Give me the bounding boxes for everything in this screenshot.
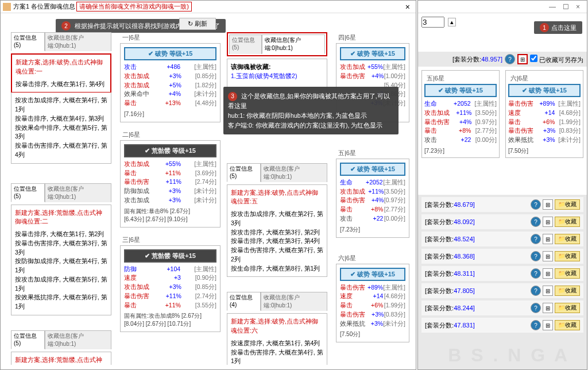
pill-poshi: ✔ 破势 等级+15 <box>340 47 405 60</box>
page-input[interactable] <box>421 17 444 28</box>
fav-button[interactable]: 📁收藏 <box>555 268 580 279</box>
side-cards: 五|6星 ✔ 破势 等级+15 生命+2052[主属性]攻击加成+11%[3.5… <box>418 67 587 161</box>
main-window: 方案1 各位置御魂信息 请确保当前御魂文件和游戏内御魂一致) × 2 根据操作提… <box>0 0 416 370</box>
tab-fav[interactable]: 收藏信息(客户端:0|hub:1) <box>262 34 325 54</box>
stat-card-2c: ✔ 荒骷髅 等级+15 防御+104[主属性]速度+3[0.90分]攻击加成+3… <box>120 245 220 333</box>
side-scorebar: [套装分数:48.957] ? ⊞ 已收藏可另存为 <box>418 52 587 67</box>
minimize-icon[interactable]: — <box>549 3 556 11</box>
pill-huangkulou: ✔ 荒骷髅 等级+15 <box>124 144 216 157</box>
fav-tooltip: 3 这个是收藏信息,如果你的御魂被其他方案占用了,可以看这里 hub:1: 你收… <box>223 87 399 134</box>
spinner-up[interactable]: ▴ <box>448 18 456 26</box>
info-icon[interactable]: ? <box>531 320 541 330</box>
tab-fav[interactable]: 收藏信息(客户端:0|hub:1) <box>261 292 327 311</box>
tab-loc[interactable]: 位置信息(5) <box>11 32 45 51</box>
hdr-1-6: 一|6星 <box>120 32 220 43</box>
maximize-icon[interactable]: ☐ <box>563 3 569 11</box>
pill-poshi: ✔ 破势 等级+15 <box>124 47 216 60</box>
list-item[interactable]: [套装分数:48.092] ? ⊞ 📁收藏 <box>421 214 583 229</box>
badge-1: 1 <box>540 23 549 32</box>
side-list: [套装分数:48.679] ? ⊞ 📁收藏 [套装分数:48.092] ? ⊞ … <box>418 195 587 369</box>
grid-icon[interactable]: ⊞ <box>543 199 553 210</box>
info-icon[interactable]: ? <box>505 54 515 64</box>
hdr-3-6: 三|6星 <box>120 234 220 245</box>
grid-icon[interactable]: ⊞ <box>543 303 553 313</box>
grid-icon[interactable]: ⊞ <box>543 268 553 279</box>
card-pos5: 新建方案,选择:破势,点击式神御魂位置:五 按攻击加成排序, 大概在第2行, 第… <box>227 184 327 278</box>
app-icon <box>3 3 11 11</box>
info-icon[interactable]: ? <box>531 268 541 279</box>
fav-button[interactable]: 📁收藏 <box>555 286 580 296</box>
column-1: 位置信息(5)收藏信息(客户端:0|hub:1) 新建方案,选择:破势,点击式神… <box>11 32 111 365</box>
tab-loc[interactable]: 位置信息(5) <box>11 183 45 202</box>
close-icon[interactable]: × <box>402 2 413 11</box>
grid-icon[interactable]: ⊞ <box>543 286 553 296</box>
column-3: 位置信息(5)收藏信息(客户端:0|hub:1) 该御魂被收藏: 1.玉藻前(破… <box>227 32 327 365</box>
card-pos3: 新建方案,选择:荒骷髅,点击式神御魂位置:三 按攻击加成排序, 大概在第1行, … <box>11 352 111 365</box>
list-item[interactable]: [套装分数:48.311] ? ⊞ 📁收藏 <box>421 266 583 281</box>
side-card-6: 六|6星 ✔ 破势 等级+15 暴击伤害+89%[主属性]速度+14[4.68分… <box>505 70 583 158</box>
stat-card-4c: ✔ 破势 等级+15 暴击伤害+89%[主属性]速度+14[4.68分]暴击+6… <box>336 264 409 343</box>
hdr-2-6: 二|6星 <box>120 129 220 140</box>
tab-fav[interactable]: 收藏信息(客户端:0|hub:1) <box>261 163 327 182</box>
fav-button[interactable]: 📁收藏 <box>555 217 580 227</box>
hdr-6-6: 六|6星 <box>336 253 409 264</box>
stat-card-2b: ✔ 荒骷髅 等级+15 攻击加成+55%[主属性]暴击+11%[3.69分]暴击… <box>120 140 220 228</box>
main-content: 位置信息(5)收藏信息(客户端:0|hub:1) 新建方案,选择:破势,点击式神… <box>5 32 411 365</box>
list-item[interactable]: [套装分数:48.524] ? ⊞ 📁收藏 <box>421 232 583 246</box>
side-window: — ☐ × ▴ 1 点击这里 [套装分数:48.957] ? ⊞ 已收藏可另存为… <box>417 0 587 370</box>
info-icon[interactable]: ? <box>531 217 541 227</box>
pill-poshi: ✔ 破势 等级+15 <box>340 163 405 176</box>
hdr-4-6: 四|6星 <box>336 32 409 43</box>
close-icon[interactable]: × <box>576 3 580 11</box>
titlebar: 方案1 各位置御魂信息 请确保当前御魂文件和游戏内御魂一致) × <box>1 1 416 13</box>
stat-card-2a: ✔ 破势 等级+15 攻击+486[主属性]攻击加成+3%[0.85分]攻击加成… <box>120 43 220 122</box>
grid-icon[interactable]: ⊞ <box>543 234 553 244</box>
info-icon[interactable]: ? <box>531 234 541 244</box>
title-warning: 请确保当前御魂文件和游戏内御魂一致) <box>76 2 192 11</box>
list-item[interactable]: [套装分数:47.831] ? ⊞ 📁收藏 <box>421 318 583 333</box>
score-label: [套装分数:48.957] <box>452 55 502 64</box>
side-card-5: 五|6星 ✔ 破势 等级+15 生命+2052[主属性]攻击加成+11%[3.5… <box>421 70 500 158</box>
fav-button[interactable]: 📁收藏 <box>555 251 580 261</box>
tab-loc[interactable]: 位置信息(5) <box>227 163 261 182</box>
refresh-button[interactable]: ↻ 刷新 <box>179 18 216 30</box>
info-icon[interactable]: ? <box>531 199 541 210</box>
fav-button[interactable]: 📁收藏 <box>555 303 580 313</box>
grid-icon[interactable]: ⊞ <box>543 217 553 227</box>
card-pos2: 新建方案,选择:荒骷髅,点击式神御魂位置:二 按暴击排序, 大概在第1行, 第2… <box>11 205 111 315</box>
tab-fav[interactable]: 收藏信息(客户端:0|hub:1) <box>45 183 111 202</box>
info-icon[interactable]: ? <box>531 286 541 296</box>
badge-3: 3 <box>228 92 237 101</box>
stat-card-4b: ✔ 破势 等级+15 生命+2052[主属性]攻击加成+11%[3.50分]暴击… <box>336 159 409 238</box>
tab-fav[interactable]: 收藏信息(客户端:0|hub:1) <box>45 330 111 349</box>
tab-loc[interactable]: 位置信息(4) <box>227 292 261 311</box>
side-hint: 1 点击这里 <box>534 21 582 34</box>
side-titlebar: — ☐ × <box>418 1 587 13</box>
grid-icon[interactable]: ⊞ <box>517 54 528 64</box>
tab-loc[interactable]: 位置信息(5) <box>229 34 262 54</box>
pill-huangkulou: ✔ 荒骷髅 等级+15 <box>124 249 216 263</box>
fav-button[interactable]: 📁收藏 <box>555 234 580 244</box>
card-pos1b: 按攻击加成排序, 大概在第4行, 第1列 按暴击排序, 大概在第4行, 第3列 … <box>11 92 111 163</box>
tab-fav[interactable]: 收藏信息(客户端:0|hub:1) <box>45 32 111 51</box>
badge-2: 2 <box>61 21 71 30</box>
pill-poshi: ✔ 破势 等级+15 <box>340 268 405 281</box>
grid-icon[interactable]: ⊞ <box>543 320 553 330</box>
list-item[interactable]: [套装分数:48.679] ? ⊞ 📁收藏 <box>421 197 583 212</box>
fav-button[interactable]: 📁收藏 <box>555 320 580 330</box>
list-item[interactable]: [套装分数:48.244] ? ⊞ 📁收藏 <box>421 300 583 315</box>
card-pos1: 新建方案,选择:破势,点击式神御魂位置:一 按暴击排序, 大概在第1行, 第4列 <box>11 53 111 93</box>
fav-button[interactable]: 📁收藏 <box>555 199 580 210</box>
grid-icon[interactable]: ⊞ <box>543 251 553 261</box>
column-2: 一|6星 ✔ 破势 等级+15 攻击+486[主属性]攻击加成+3%[0.85分… <box>120 32 220 365</box>
column-4: 四|6星 ✔ 破势 等级+15 攻击加成+55%[主属性]暴击伤害+4%[1.0… <box>336 32 409 365</box>
info-icon[interactable]: ? <box>531 251 541 261</box>
saved-checkbox[interactable]: 已收藏可另存为 <box>530 55 583 64</box>
list-item[interactable]: [套装分数:48.368] ? ⊞ 📁收藏 <box>421 249 583 264</box>
card-pos6: 新建方案,选择:破势,点击式神御魂位置:六 按速度排序, 大概在第1行, 第4列… <box>227 313 327 365</box>
hdr-5-6: 五|6星 <box>336 148 409 159</box>
list-item[interactable]: [套装分数:47.805] ? ⊞ 📁收藏 <box>421 283 583 298</box>
window-title: 方案1 各位置御魂信息 请确保当前御魂文件和游戏内御魂一致) <box>13 2 192 11</box>
tab-loc[interactable]: 位置信息(5) <box>11 330 45 349</box>
info-icon[interactable]: ? <box>531 303 541 313</box>
